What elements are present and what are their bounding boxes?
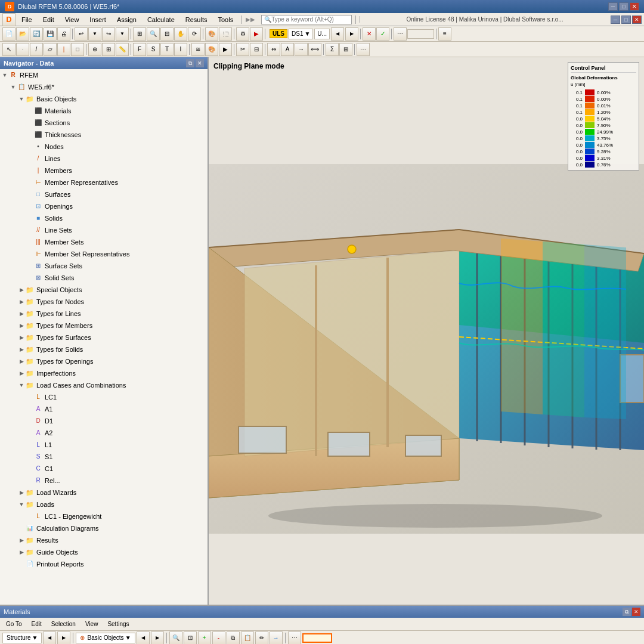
tree-item-basic[interactable]: ▼📁Basic Objects <box>0 93 208 105</box>
menu-view[interactable]: View <box>60 15 84 24</box>
tree-item-c1[interactable]: CC1 <box>0 463 208 475</box>
tree-item-typessolids[interactable]: ▶📁Types for Solids <box>0 343 208 355</box>
mat-edit[interactable]: Edit <box>28 620 45 628</box>
license-max-btn[interactable]: □ <box>621 16 631 24</box>
mat-settings[interactable]: Settings <box>104 620 132 628</box>
tree-item-imperfections[interactable]: ▶📁Imperfections <box>0 367 208 379</box>
tree-item-specialobj[interactable]: ▶📁Special Objects <box>0 284 208 296</box>
tree-toggle[interactable]: ▼ <box>1 70 8 80</box>
zoom-out-btn[interactable]: ⊟ <box>160 27 174 41</box>
tree-item-members[interactable]: |Members <box>0 165 208 177</box>
menu-file[interactable]: File <box>17 15 37 24</box>
measure-btn[interactable]: 📏 <box>116 43 129 56</box>
mat-prev-btn[interactable]: ◀ <box>43 631 56 645</box>
extra2-btn[interactable]: ⋯ <box>357 43 370 56</box>
calc-btn[interactable]: ⚙ <box>236 27 249 41</box>
snap-btn[interactable]: ⊕ <box>88 43 101 56</box>
redo-arrow[interactable]: ▼ <box>116 27 129 41</box>
mat-del-btn[interactable]: - <box>212 631 225 645</box>
undo-btn[interactable]: ↩ <box>75 27 88 41</box>
refresh-btn[interactable]: 🔄 <box>30 27 43 41</box>
structure-dropdown[interactable]: Structure ▼ <box>2 633 42 643</box>
select-btn[interactable]: ↖ <box>2 43 16 56</box>
color-btn[interactable]: 🎨 <box>205 43 218 56</box>
check-btn[interactable]: ✓ <box>376 27 389 41</box>
mat-goto[interactable]: Go To <box>2 620 26 628</box>
tree-toggle[interactable]: ▶ <box>18 356 25 367</box>
basicobj-dropdown[interactable]: ⊕ Basic Objects ▼ <box>76 633 135 643</box>
tree-item-a1[interactable]: AA1 <box>0 403 208 415</box>
section-btn[interactable]: ⊟ <box>250 43 263 56</box>
tree-toggle[interactable]: ▶ <box>18 284 25 295</box>
tree-toggle[interactable]: ▶ <box>18 344 25 355</box>
tree-toggle[interactable]: ▼ <box>18 94 25 104</box>
viewport[interactable]: Clipping Plane mode <box>209 57 644 605</box>
tree-item-lc1[interactable]: LLC1 <box>0 391 208 403</box>
solid-btn[interactable]: □ <box>71 43 84 56</box>
tree-item-materials[interactable]: ⬛Materials <box>0 105 208 117</box>
menu-calculate[interactable]: Calculate <box>143 15 179 24</box>
tree-item-sections[interactable]: ⬛Sections <box>0 117 208 129</box>
render-btn[interactable]: 🎨 <box>205 27 218 41</box>
tree-item-printout[interactable]: 📄Printout Reports <box>0 558 208 570</box>
mat-more-btn[interactable]: ⋯ <box>288 631 301 645</box>
mat-copy-btn[interactable]: ⧉ <box>227 631 240 645</box>
scale-btn[interactable]: ⟺ <box>308 43 321 56</box>
top-view-btn[interactable]: T <box>160 43 174 56</box>
tree-item-surfaces[interactable]: □Surfaces <box>0 188 208 200</box>
tree-toggle[interactable]: ▶ <box>18 487 25 498</box>
tree-item-typesopenings[interactable]: ▶📁Types for Openings <box>0 355 208 367</box>
nav-restore-btn[interactable]: ⧉ <box>186 59 194 67</box>
tree-item-calcdiag[interactable]: 📊Calculation Diagrams <box>0 522 208 534</box>
menu-assign[interactable]: Assign <box>112 15 141 24</box>
clip-btn[interactable]: ✂ <box>236 43 249 56</box>
tree-item-typeslines[interactable]: ▶📁Types for Lines <box>0 308 208 320</box>
value-input[interactable] <box>407 29 434 39</box>
more-btn[interactable]: ⋯ <box>394 27 407 41</box>
print-btn[interactable]: 🖨 <box>57 27 70 41</box>
mat-edit2-btn[interactable]: ✏ <box>255 631 268 645</box>
menu-results[interactable]: Results <box>181 15 212 24</box>
arrow-btn[interactable]: → <box>295 43 308 56</box>
tree-item-we5[interactable]: ▼📋WE5.rf6* <box>0 81 208 93</box>
tree-item-lc1eigen[interactable]: LLC1 - Eigengewicht <box>0 510 208 522</box>
tree-toggle[interactable]: ▶ <box>18 308 25 319</box>
maximize-btn[interactable]: □ <box>619 2 628 11</box>
stop-btn[interactable]: ✕ <box>363 27 376 41</box>
next-result-btn[interactable]: ▶ <box>345 27 358 41</box>
menu-edit[interactable]: Edit <box>38 15 59 24</box>
extra-btn[interactable]: ≡ <box>438 27 451 41</box>
open-btn[interactable]: 📂 <box>16 27 29 41</box>
tree-item-solidsets[interactable]: ⊠Solid Sets <box>0 272 208 284</box>
tree-item-memsetrepr[interactable]: ⊩Member Set Representatives <box>0 248 208 260</box>
tree-item-lines[interactable]: /Lines <box>0 153 208 165</box>
tree-item-loadwizards[interactable]: ▶📁Load Wizards <box>0 487 208 499</box>
save-btn[interactable]: 💾 <box>44 27 57 41</box>
text-btn[interactable]: A <box>281 43 294 56</box>
tree-item-typesnodes[interactable]: ▶📁Types for Nodes <box>0 296 208 308</box>
nav-close-btn[interactable]: ✕ <box>196 59 204 67</box>
mat-prev2-btn[interactable]: ◀ <box>137 631 150 645</box>
tree-item-openings[interactable]: ⊡Openings <box>0 200 208 212</box>
search-input[interactable] <box>271 16 349 23</box>
mat-add-btn[interactable]: + <box>198 631 211 645</box>
tree-toggle[interactable]: ▶ <box>18 547 25 558</box>
mat-paste-btn[interactable]: 📋 <box>241 631 254 645</box>
close-btn[interactable]: ✕ <box>630 2 639 11</box>
redo-btn[interactable]: ↪ <box>102 27 115 41</box>
mat-selection[interactable]: Selection <box>48 620 79 628</box>
tree-item-solids[interactable]: ■Solids <box>0 212 208 224</box>
tree-item-rfem[interactable]: ▼RRFEM <box>0 69 208 81</box>
disp-btn[interactable]: ≋ <box>191 43 205 56</box>
line-draw-btn[interactable]: / <box>30 43 43 56</box>
filter-btn[interactable]: ⊡ <box>184 631 197 645</box>
search-mat-btn[interactable]: 🔍 <box>169 631 182 645</box>
tree-toggle[interactable]: ▶ <box>18 332 25 343</box>
tree-item-nodes[interactable]: •Nodes <box>0 141 208 153</box>
tree-item-thicknesses[interactable]: ⬛Thicknesses <box>0 129 208 141</box>
grid-btn[interactable]: ⊞ <box>102 43 115 56</box>
new-btn[interactable]: 📄 <box>2 27 16 41</box>
menu-insert[interactable]: Insert <box>85 15 111 24</box>
front-view-btn[interactable]: F <box>133 43 146 56</box>
app-logo-btn[interactable]: D <box>2 13 16 26</box>
